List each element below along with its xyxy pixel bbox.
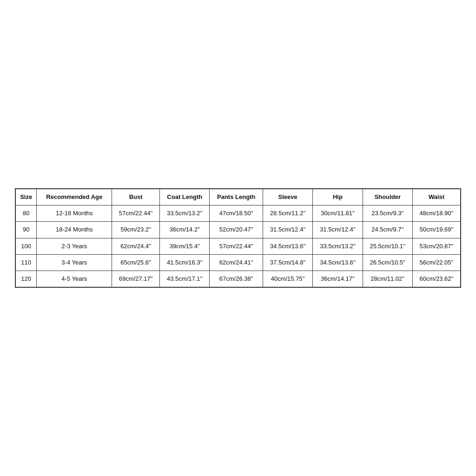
cell-hip: 31.5cm/12.4'' (313, 222, 363, 238)
cell-size: 120 (16, 271, 37, 287)
cell-coat_length: 33.5cm/13.2'' (160, 205, 210, 222)
cell-waist: 50cm/19.69'' (412, 222, 460, 238)
size-chart-container: Size Recommended Age Bust Coat Length Pa… (15, 188, 461, 288)
header-hip: Hip (313, 189, 363, 205)
cell-age: 3-4 Years (37, 254, 112, 271)
cell-hip: 34.5cm/13.6'' (313, 254, 363, 271)
header-sleeve: Sleeve (263, 189, 312, 205)
cell-sleeve: 37.5cm/14.8'' (263, 254, 312, 271)
table-header-row: Size Recommended Age Bust Coat Length Pa… (16, 189, 461, 205)
header-shoulder: Shoulder (363, 189, 412, 205)
cell-shoulder: 23.5cm/9.3'' (363, 205, 412, 222)
cell-bust: 69cm/27.17'' (112, 271, 160, 287)
cell-size: 100 (16, 238, 37, 254)
cell-pants_length: 52cm/20.47'' (210, 222, 263, 238)
table-row: 9018-24 Months59cm/23.2''36cm/14.2''52cm… (16, 222, 461, 238)
cell-pants_length: 67cm/26.38'' (210, 271, 263, 287)
header-recommended-age: Recommended Age (37, 189, 112, 205)
cell-waist: 53cm/20.87'' (412, 238, 460, 254)
cell-hip: 33.5cm/13.2'' (313, 238, 363, 254)
cell-bust: 65cm/25.6'' (112, 254, 160, 271)
cell-age: 2-3 Years (37, 238, 112, 254)
header-coat-length: Coat Length (160, 189, 210, 205)
header-waist: Waist (412, 189, 460, 205)
cell-shoulder: 26.5cm/10.5'' (363, 254, 412, 271)
cell-shoulder: 24.5cm/9.7'' (363, 222, 412, 238)
cell-age: 12-18 Months (37, 205, 112, 222)
table-row: 1204-5 Years69cm/27.17''43.5cm/17.1''67c… (16, 271, 461, 287)
cell-bust: 62cm/24.4'' (112, 238, 160, 254)
cell-sleeve: 40cm/15.75'' (263, 271, 312, 287)
table-row: 8012-18 Months57cm/22.44''33.5cm/13.2''4… (16, 205, 461, 222)
cell-hip: 36cm/14.17'' (313, 271, 363, 287)
cell-hip: 30cm/11.81'' (313, 205, 363, 222)
cell-pants_length: 62cm/24.41'' (210, 254, 263, 271)
cell-sleeve: 28.5cm/11.2'' (263, 205, 312, 222)
cell-waist: 56cm/22.05'' (412, 254, 460, 271)
size-chart-table: Size Recommended Age Bust Coat Length Pa… (15, 189, 461, 287)
header-size: Size (16, 189, 37, 205)
cell-sleeve: 34.5cm/13.6'' (263, 238, 312, 254)
cell-age: 18-24 Months (37, 222, 112, 238)
cell-waist: 48cm/18.90'' (412, 205, 460, 222)
cell-bust: 57cm/22.44'' (112, 205, 160, 222)
table-row: 1002-3 Years62cm/24.4''39cm/15.4''57cm/2… (16, 238, 461, 254)
header-pants-length: Pants Length (210, 189, 263, 205)
cell-coat_length: 43.5cm/17.1'' (160, 271, 210, 287)
cell-age: 4-5 Years (37, 271, 112, 287)
table-row: 1103-4 Years65cm/25.6''41.5cm/16.3''62cm… (16, 254, 461, 271)
cell-coat_length: 39cm/15.4'' (160, 238, 210, 254)
cell-pants_length: 57cm/22.44'' (210, 238, 263, 254)
cell-shoulder: 25.5cm/10.1'' (363, 238, 412, 254)
cell-waist: 60cm/23.62'' (412, 271, 460, 287)
cell-pants_length: 47cm/18.50'' (210, 205, 263, 222)
cell-shoulder: 28cm/11.02'' (363, 271, 412, 287)
cell-bust: 59cm/23.2'' (112, 222, 160, 238)
cell-size: 90 (16, 222, 37, 238)
cell-size: 80 (16, 205, 37, 222)
cell-sleeve: 31.5cm/12.4'' (263, 222, 312, 238)
cell-size: 110 (16, 254, 37, 271)
cell-coat_length: 41.5cm/16.3'' (160, 254, 210, 271)
header-bust: Bust (112, 189, 160, 205)
cell-coat_length: 36cm/14.2'' (160, 222, 210, 238)
